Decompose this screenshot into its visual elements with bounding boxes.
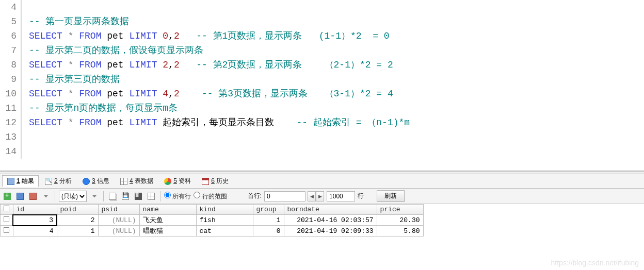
- line-number: 9: [0, 72, 22, 87]
- col-header-price[interactable]: price: [377, 205, 423, 215]
- col-header-poid[interactable]: poid: [57, 205, 98, 215]
- first-row-input[interactable]: [264, 191, 305, 201]
- col-header-psid[interactable]: psid: [98, 205, 139, 215]
- edit-mode-select[interactable]: (只读): [59, 191, 87, 202]
- tab-历史[interactable]: 6 历史: [197, 175, 233, 187]
- next-page-button[interactable]: ▶: [316, 191, 324, 201]
- code-line[interactable]: 13: [0, 130, 644, 144]
- line-number: 14: [0, 144, 22, 159]
- cell[interactable]: 5.80: [377, 226, 423, 237]
- cell[interactable]: 2021-04-16 02:03:57: [284, 215, 377, 226]
- col-header-id[interactable]: id: [13, 205, 57, 215]
- cell[interactable]: cat: [196, 226, 253, 237]
- data-icon: [164, 177, 171, 185]
- line-number: 13: [0, 130, 22, 144]
- table-row[interactable]: 41(NULL)唱歌猫cat02021-04-19 02:09:335.80: [1, 226, 424, 237]
- result-tabs: 1 结果2 分析3 信息4 表数据5 资料6 历史: [0, 174, 644, 189]
- row-selector[interactable]: [1, 215, 13, 226]
- select-all-header[interactable]: [1, 205, 13, 215]
- code-line[interactable]: 8SELECT * FROM pet LIMIT 2,2 -- 第2页数据，显示…: [0, 58, 644, 72]
- code-line[interactable]: 14: [0, 144, 644, 159]
- result-toolbar: (只读) 所有行 行的范围 首行: ◀ ▶ 行 刷新: [0, 189, 644, 204]
- cell[interactable]: fish: [196, 215, 253, 226]
- cell[interactable]: (NULL): [98, 215, 139, 226]
- code-line[interactable]: 11-- 显示第n页的数据，每页显示m条: [0, 101, 644, 115]
- row-count-input[interactable]: [327, 191, 355, 201]
- row-selector[interactable]: [1, 226, 13, 237]
- col-header-borndate[interactable]: borndate: [284, 205, 377, 215]
- line-number: 11: [0, 101, 22, 115]
- cell[interactable]: 1: [57, 226, 98, 237]
- grid-view-button[interactable]: [15, 191, 25, 201]
- row-range-radio[interactable]: 行的范围: [194, 192, 227, 201]
- line-number: 12: [0, 115, 22, 130]
- col-header-kind[interactable]: kind: [196, 205, 253, 215]
- mode-dropdown-icon[interactable]: [89, 191, 100, 201]
- table-icon: [7, 177, 14, 185]
- first-row-label: 首行:: [248, 192, 262, 200]
- table-row[interactable]: 32(NULL)飞天鱼fish12021-04-16 02:03:5720.30: [1, 215, 424, 226]
- tab-分析[interactable]: 2 分析: [40, 175, 76, 187]
- code-line[interactable]: 9-- 显示第三页的数据: [0, 72, 644, 87]
- line-number: 10: [0, 87, 22, 101]
- line-number: 6: [0, 29, 22, 43]
- col-header-group[interactable]: group: [253, 205, 284, 215]
- copy-button[interactable]: [107, 191, 118, 201]
- cell[interactable]: 飞天鱼: [139, 215, 196, 226]
- grid-icon: [120, 177, 127, 185]
- dropdown-button[interactable]: [41, 191, 51, 201]
- tab-label: 6 历史: [211, 177, 229, 185]
- cell[interactable]: 20.30: [377, 215, 423, 226]
- save-button[interactable]: [120, 191, 131, 201]
- cell[interactable]: 4: [13, 226, 57, 237]
- code-line[interactable]: 10SELECT * FROM pet LIMIT 4,2 -- 第3页数据，显…: [0, 87, 644, 101]
- tab-资料[interactable]: 5 资料: [159, 175, 196, 187]
- anal-icon: [44, 177, 52, 185]
- line-number: 5: [0, 14, 22, 29]
- refresh-button[interactable]: 刷新: [377, 190, 405, 202]
- line-number: 7: [0, 43, 22, 58]
- form-view-button[interactable]: [28, 191, 38, 201]
- delete-button[interactable]: [133, 191, 143, 201]
- tab-label: 5 资料: [173, 177, 191, 185]
- cell[interactable]: 2: [57, 215, 98, 226]
- info-icon: [82, 177, 90, 185]
- line-number: 4: [0, 0, 22, 14]
- tab-label: 2 分析: [54, 177, 72, 185]
- all-rows-radio[interactable]: 所有行: [164, 192, 191, 201]
- export-button[interactable]: [146, 191, 156, 201]
- cell[interactable]: 唱歌猫: [139, 226, 196, 237]
- tab-label: 1 结果: [17, 177, 34, 185]
- code-line[interactable]: 5-- 第一页显示两条数据: [0, 14, 644, 29]
- tab-信息[interactable]: 3 信息: [77, 175, 114, 187]
- result-grid[interactable]: idpoidpsidnamekindgroupborndateprice32(N…: [0, 204, 644, 237]
- tab-label: 3 信息: [92, 177, 109, 185]
- cell[interactable]: 3: [13, 215, 57, 226]
- tab-结果[interactable]: 1 结果: [2, 175, 39, 187]
- sql-editor[interactable]: 45-- 第一页显示两条数据6SELECT * FROM pet LIMIT 0…: [0, 0, 644, 171]
- prev-page-button[interactable]: ◀: [308, 191, 316, 201]
- add-row-button[interactable]: [2, 191, 12, 201]
- tab-label: 4 表数据: [130, 177, 153, 185]
- cell[interactable]: 0: [253, 226, 284, 237]
- code-line[interactable]: 6SELECT * FROM pet LIMIT 0,2 -- 第1页数据，显示…: [0, 29, 644, 43]
- tab-表数据[interactable]: 4 表数据: [115, 175, 158, 187]
- cal-icon: [201, 177, 209, 185]
- cell[interactable]: 1: [253, 215, 284, 226]
- code-line[interactable]: 12SELECT * FROM pet LIMIT 起始索引，每页显示条目数 -…: [0, 115, 644, 130]
- cell[interactable]: 2021-04-19 02:09:33: [284, 226, 377, 237]
- col-header-name[interactable]: name: [139, 205, 196, 215]
- line-number: 8: [0, 58, 22, 72]
- rows-label: 行: [358, 192, 364, 200]
- cell[interactable]: (NULL): [98, 226, 139, 237]
- code-line[interactable]: 4: [0, 0, 644, 14]
- code-line[interactable]: 7-- 显示第二页的数据，假设每页显示两条: [0, 43, 644, 58]
- watermark: https://blog.csdn.net/ifubing: [551, 259, 639, 267]
